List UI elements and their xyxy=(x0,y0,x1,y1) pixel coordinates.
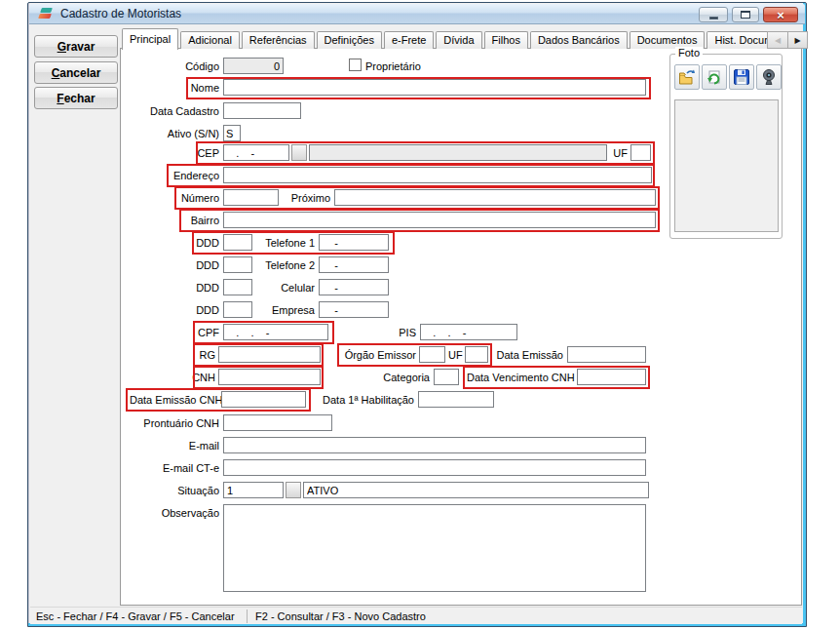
orgao-emissor-label: Órgão Emissor xyxy=(341,349,416,361)
desktop-background: Cadastro de Motoristas × Gravar Cancelar… xyxy=(0,0,840,629)
tab-strip: Principal Adicional Referências Definiçõ… xyxy=(122,27,809,49)
proximo-label: Próximo xyxy=(284,192,330,204)
ddd3-label: DDD xyxy=(188,282,219,294)
proprietario-checkbox[interactable] xyxy=(349,59,362,71)
ddd4-label: DDD xyxy=(188,304,219,316)
empresa-label: Empresa xyxy=(256,304,315,316)
orgao-emissor-field[interactable] xyxy=(419,346,445,363)
situacao-lookup-button[interactable] xyxy=(286,482,301,498)
cnh-label: CNH xyxy=(184,372,215,383)
proximo-field[interactable] xyxy=(334,189,656,206)
ddd3-field[interactable] xyxy=(223,279,252,295)
categoria-label: Categoria xyxy=(376,372,430,383)
numero-label: Número xyxy=(171,192,219,204)
tab-principal[interactable]: Principal xyxy=(122,28,178,50)
data-1a-habilitacao-field[interactable] xyxy=(418,391,494,408)
email-field[interactable] xyxy=(223,437,646,453)
tab-scroll-left-icon[interactable]: ◀ xyxy=(767,31,787,49)
data-emissao-cnh-label: Data Emissão CNH xyxy=(130,394,217,406)
cpf-field[interactable] xyxy=(223,324,328,340)
ativo-field[interactable] xyxy=(223,125,241,141)
nome-field[interactable] xyxy=(223,79,646,96)
tab-filhos[interactable]: Filhos xyxy=(484,31,528,49)
app-logo-icon xyxy=(38,7,55,20)
foto-groupbox: Foto xyxy=(669,54,783,239)
endereco-field[interactable] xyxy=(223,167,652,183)
close-button[interactable]: × xyxy=(763,7,798,22)
situacao-codigo-field[interactable] xyxy=(223,482,284,498)
data-cadastro-label: Data Cadastro xyxy=(128,105,219,117)
telefone1-field[interactable] xyxy=(319,234,389,251)
foto-refresh-button[interactable] xyxy=(702,64,727,90)
webcam-icon xyxy=(760,68,778,86)
status-bar: Esc - Fechar / F4 - Gravar / F5 - Cancel… xyxy=(30,607,802,624)
data-emissao-cnh-field[interactable] xyxy=(221,391,306,408)
uf-emissor-field[interactable] xyxy=(465,346,488,363)
cancelar-button[interactable]: Cancelar xyxy=(34,61,118,84)
ddd2-field[interactable] xyxy=(223,256,252,273)
endereco-label: Endereço xyxy=(165,170,219,181)
tab-definicoes[interactable]: Definições xyxy=(317,31,382,49)
email-cte-label: E-mail CT-e xyxy=(128,462,219,474)
codigo-field[interactable] xyxy=(223,58,284,74)
data-emissao-field[interactable] xyxy=(567,346,646,363)
window-title: Cadastro de Motoristas xyxy=(60,7,181,20)
tab-divida[interactable]: Dívida xyxy=(436,31,481,49)
foto-save-button[interactable] xyxy=(729,64,754,90)
proprietario-label: Proprietário xyxy=(365,60,421,72)
celular-label: Celular xyxy=(256,282,315,294)
telefone2-field[interactable] xyxy=(319,256,389,273)
minimize-button[interactable] xyxy=(699,7,728,22)
tab-dados-bancarios[interactable]: Dados Bancários xyxy=(530,31,628,49)
data-vencimento-cnh-label: Data Vencimento CNH xyxy=(467,372,574,383)
cep-field[interactable] xyxy=(223,144,289,161)
observacao-field[interactable] xyxy=(223,504,646,592)
open-folder-icon xyxy=(678,69,697,86)
gravar-button[interactable]: Gravar xyxy=(34,35,118,58)
categoria-field[interactable] xyxy=(434,369,459,385)
tab-scroll-right-icon[interactable]: ▶ xyxy=(787,31,808,49)
data-vencimento-cnh-field[interactable] xyxy=(577,369,646,385)
cep-lookup-button[interactable] xyxy=(291,144,307,161)
tab-referencias[interactable]: Referências xyxy=(242,31,315,49)
cep-label: CEP xyxy=(184,147,219,159)
bairro-field[interactable] xyxy=(223,212,656,228)
status-shortcuts-right: F2 - Consultar / F3 - Novo Cadastro xyxy=(255,610,802,622)
foto-webcam-button[interactable] xyxy=(756,64,782,90)
cidade-field[interactable] xyxy=(309,144,607,161)
pis-label: PIS xyxy=(379,327,416,338)
situacao-descricao-field[interactable] xyxy=(303,482,649,498)
maximize-button[interactable] xyxy=(732,7,759,22)
fechar-button[interactable]: Fechar xyxy=(34,87,118,109)
ddd1-label: DDD xyxy=(188,237,219,249)
ddd2-label: DDD xyxy=(188,259,219,271)
minimize-icon xyxy=(709,17,718,20)
maximize-icon xyxy=(741,11,750,19)
window-controls: × xyxy=(699,7,798,22)
cpf-label: CPF xyxy=(190,327,219,338)
empresa-field[interactable] xyxy=(319,301,389,318)
email-cte-field[interactable] xyxy=(223,459,646,476)
tab-adicional[interactable]: Adicional xyxy=(180,31,240,49)
ddd4-field[interactable] xyxy=(223,301,252,318)
tab-efrete[interactable]: e-Frete xyxy=(384,31,434,49)
uf-field[interactable] xyxy=(630,144,651,161)
ativo-label: Ativo (S/N) xyxy=(128,128,219,139)
refresh-icon xyxy=(706,68,723,86)
observacao-label: Observação xyxy=(128,507,219,519)
email-label: E-mail xyxy=(128,440,219,452)
celular-field[interactable] xyxy=(319,279,389,295)
ddd1-field[interactable] xyxy=(223,234,252,251)
tab-scroll-control: ◀ ▶ xyxy=(767,31,808,49)
rg-field[interactable] xyxy=(218,346,321,363)
data-cadastro-field[interactable] xyxy=(223,102,301,119)
prontuario-cnh-field[interactable] xyxy=(223,414,332,431)
telefone1-label: Telefone 1 xyxy=(256,237,315,249)
pis-field[interactable] xyxy=(420,324,517,340)
telefone2-label: Telefone 2 xyxy=(256,259,315,271)
cnh-field[interactable] xyxy=(218,369,321,385)
foto-groupbox-title: Foto xyxy=(675,47,703,59)
titlebar: Cadastro de Motoristas × xyxy=(29,4,805,24)
numero-field[interactable] xyxy=(223,189,279,206)
foto-open-button[interactable] xyxy=(674,64,700,90)
